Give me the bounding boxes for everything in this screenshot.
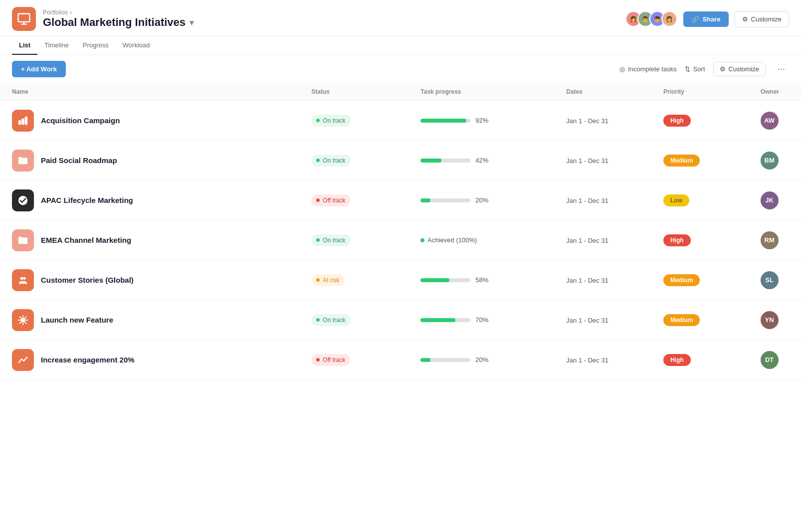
tab-progress[interactable]: Progress: [76, 36, 116, 55]
name-cell: APAC Lifecycle Marketing: [0, 180, 303, 220]
row-icon: [12, 349, 34, 371]
priority-cell: High: [655, 340, 753, 380]
status-label: On track: [323, 117, 345, 124]
table-row[interactable]: Increase engagement 20% Off track 20% Ja…: [0, 340, 801, 380]
owner-cell: RM: [753, 220, 801, 260]
status-label: On track: [323, 157, 345, 164]
breadcrumb-title: Portfolios › Global Marketing Initiative…: [43, 9, 194, 29]
table-row[interactable]: Paid Social Roadmap On track 42% Jan 1 -…: [0, 141, 801, 180]
progress-label: 92%: [475, 117, 493, 124]
status-cell: On track: [303, 141, 412, 180]
priority-badge: Medium: [663, 314, 700, 326]
table-row[interactable]: Customer Stories (Global) At risk 58% Ja…: [0, 260, 801, 300]
svg-rect-2: [22, 119, 24, 124]
table-row[interactable]: Launch new Feature On track 70% Jan 1 - …: [0, 300, 801, 340]
status-badge: Off track: [311, 194, 350, 206]
priority-badge: High: [663, 234, 691, 246]
share-icon: 🔗: [691, 15, 699, 23]
row-icon: [12, 189, 34, 211]
avatar-4: 👩: [661, 11, 677, 27]
progress-cell: 58%: [412, 260, 558, 300]
progress-label: 20%: [475, 356, 493, 363]
page-title: Global Marketing Initiatives ▾: [43, 16, 194, 29]
owner-avatar: SL: [761, 271, 779, 289]
dates-cell: Jan 1 - Dec 31: [558, 260, 655, 300]
owner-avatar: AW: [761, 112, 779, 130]
priority-cell: Medium: [655, 260, 753, 300]
progress-cell: Achieved (100%): [412, 220, 558, 260]
progress-bar-wrap: [420, 318, 470, 322]
dates-cell: Jan 1 - Dec 31: [558, 180, 655, 220]
achieved-dot-icon: [420, 238, 424, 242]
progress-bar-cell: 58%: [420, 276, 550, 284]
status-cell: Off track: [303, 340, 412, 380]
header-customize-button[interactable]: ⚙ Customize: [735, 11, 789, 27]
table-row[interactable]: EMEA Channel Marketing On track Achieved…: [0, 220, 801, 260]
title-chevron-icon[interactable]: ▾: [190, 18, 194, 27]
tab-list[interactable]: List: [12, 36, 37, 55]
priority-cell: Low: [655, 180, 753, 220]
owner-cell: JK: [753, 180, 801, 220]
sort-button[interactable]: ⇅ Sort: [685, 65, 705, 73]
owner-cell: YN: [753, 300, 801, 340]
row-icon: [12, 150, 34, 172]
dates-label: Jan 1 - Dec 31: [566, 356, 608, 364]
row-name: Paid Social Roadmap: [41, 156, 117, 165]
status-cell: On track: [303, 300, 412, 340]
share-button[interactable]: 🔗 Share: [683, 11, 728, 27]
breadcrumb-parent[interactable]: Portfolios: [43, 9, 68, 16]
collaborator-avatars: 👩 👨 👦 👩: [625, 11, 677, 27]
name-cell: Paid Social Roadmap: [0, 141, 303, 180]
progress-bar-wrap: [420, 119, 470, 123]
tab-timeline[interactable]: Timeline: [37, 36, 76, 55]
status-badge: On track: [311, 155, 350, 167]
status-badge: On track: [311, 115, 350, 127]
dates-label: Jan 1 - Dec 31: [566, 157, 608, 165]
svg-point-7: [21, 318, 24, 322]
status-cell: On track: [303, 101, 412, 141]
col-header-priority: Priority: [655, 83, 753, 101]
status-cell: At risk: [303, 260, 412, 300]
table-row[interactable]: Acquisition Campaign On track 92% Jan 1 …: [0, 101, 801, 141]
priority-cell: Medium: [655, 300, 753, 340]
priority-badge: Low: [663, 194, 689, 206]
status-dot-icon: [316, 119, 320, 122]
progress-bar-fill: [420, 159, 441, 163]
status-dot-icon: [316, 159, 320, 162]
progress-bar-fill: [420, 278, 449, 282]
page-header: Portfolios › Global Marketing Initiative…: [0, 0, 801, 36]
progress-cell: 92%: [412, 101, 558, 141]
priority-cell: High: [655, 220, 753, 260]
progress-cell: 70%: [412, 300, 558, 340]
filter-icon: ◎: [619, 65, 625, 73]
dates-cell: Jan 1 - Dec 31: [558, 300, 655, 340]
sort-icon: ⇅: [685, 65, 690, 73]
toolbar-customize-button[interactable]: ⚙ Customize: [713, 62, 766, 76]
dates-cell: Jan 1 - Dec 31: [558, 101, 655, 141]
tab-workload[interactable]: Workload: [116, 36, 157, 55]
status-label: At risk: [323, 277, 339, 284]
table-row[interactable]: APAC Lifecycle Marketing Off track 20% J…: [0, 180, 801, 220]
priority-badge: High: [663, 115, 691, 127]
progress-bar-wrap: [420, 278, 470, 282]
row-name: EMEA Channel Marketing: [41, 236, 131, 244]
status-badge: On track: [311, 234, 350, 246]
row-name: Launch new Feature: [41, 316, 113, 324]
progress-cell: 20%: [412, 180, 558, 220]
progress-bar-fill: [420, 358, 430, 362]
add-work-button[interactable]: + Add Work: [12, 61, 66, 77]
col-header-dates: Dates: [558, 83, 655, 101]
row-name: Acquisition Campaign: [41, 116, 120, 125]
progress-cell: 42%: [412, 141, 558, 180]
name-cell: EMEA Channel Marketing: [0, 220, 303, 260]
table-header-row: Name Status Task progress Dates Priority…: [0, 83, 801, 101]
incomplete-tasks-filter[interactable]: ◎ Incomplete tasks: [619, 65, 677, 73]
portfolio-icon: [12, 7, 36, 31]
status-label: Off track: [323, 197, 345, 204]
status-badge: Off track: [311, 354, 350, 366]
status-dot-icon: [316, 318, 320, 322]
svg-rect-1: [19, 121, 21, 124]
dates-label: Jan 1 - Dec 31: [566, 197, 608, 204]
more-options-button[interactable]: ···: [774, 62, 789, 76]
row-icon: [12, 269, 34, 291]
